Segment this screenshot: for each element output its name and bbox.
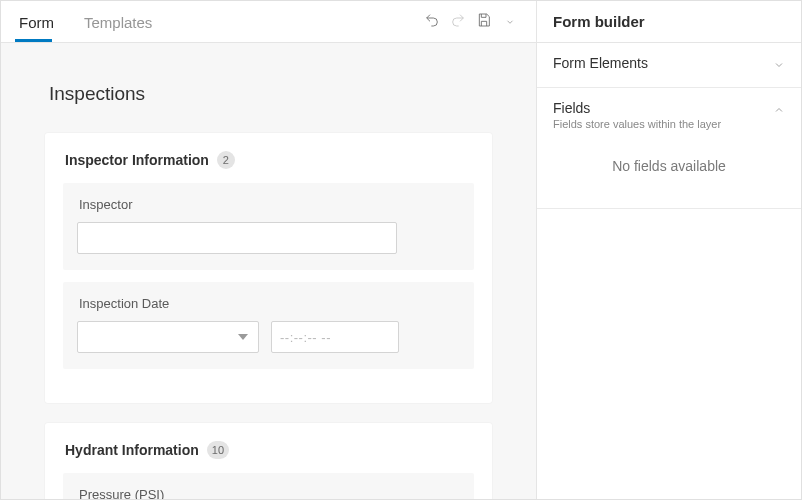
field-label: Inspection Date (79, 296, 460, 311)
field-count-badge: 10 (207, 441, 229, 459)
field-label: Inspector (79, 197, 460, 212)
group-header: Inspector Information 2 (65, 151, 474, 169)
form-builder-panel: Form builder Form Elements Fields Fields… (537, 1, 801, 499)
section-title: Fields (553, 100, 721, 116)
redo-button[interactable] (446, 10, 470, 34)
top-bar: Form Templates (1, 1, 536, 43)
save-icon (476, 12, 492, 32)
chevron-down-icon (505, 13, 515, 31)
section-fields[interactable]: Fields Fields store values within the la… (537, 88, 801, 209)
save-button[interactable] (472, 10, 496, 34)
fields-empty-state: No fields available (553, 130, 785, 196)
section-title: Form Elements (553, 55, 648, 71)
section-form-elements[interactable]: Form Elements (537, 43, 801, 88)
tab-form[interactable]: Form (19, 4, 64, 40)
left-pane: Form Templates (1, 1, 537, 499)
tab-templates[interactable]: Templates (84, 4, 162, 40)
accordion-header[interactable]: Fields Fields store values within the la… (553, 100, 785, 130)
group-hydrant-information[interactable]: Hydrant Information 10 Pressure (PSI) (45, 423, 492, 499)
form-title: Inspections (49, 83, 492, 105)
group-title: Hydrant Information (65, 442, 199, 458)
app-root: Form Templates (0, 0, 802, 500)
chevron-down-icon (773, 57, 785, 75)
inspector-input[interactable] (77, 222, 397, 254)
undo-button[interactable] (420, 10, 444, 34)
group-header: Hydrant Information 10 (65, 441, 474, 459)
form-canvas: Inspections Inspector Information 2 Insp… (1, 43, 536, 499)
datetime-row: --:--:-- -- (77, 321, 460, 353)
accordion-header[interactable]: Form Elements (553, 55, 785, 75)
section-description: Fields store values within the layer (553, 118, 721, 130)
field-inspection-date[interactable]: Inspection Date --:--:-- -- (63, 282, 474, 369)
field-inspector[interactable]: Inspector (63, 183, 474, 270)
field-count-badge: 2 (217, 151, 235, 169)
chevron-up-icon (773, 102, 785, 120)
time-input[interactable]: --:--:-- -- (271, 321, 399, 353)
redo-icon (450, 12, 466, 32)
save-options-button[interactable] (498, 10, 522, 34)
form-canvas-scroll[interactable]: Inspections Inspector Information 2 Insp… (1, 43, 536, 499)
form-builder-title: Form builder (537, 1, 801, 43)
field-pressure-psi[interactable]: Pressure (PSI) (63, 473, 474, 499)
group-inspector-information[interactable]: Inspector Information 2 Inspector Inspec… (45, 133, 492, 403)
group-title: Inspector Information (65, 152, 209, 168)
field-label: Pressure (PSI) (79, 487, 460, 499)
undo-icon (424, 12, 440, 32)
date-select[interactable] (77, 321, 259, 353)
